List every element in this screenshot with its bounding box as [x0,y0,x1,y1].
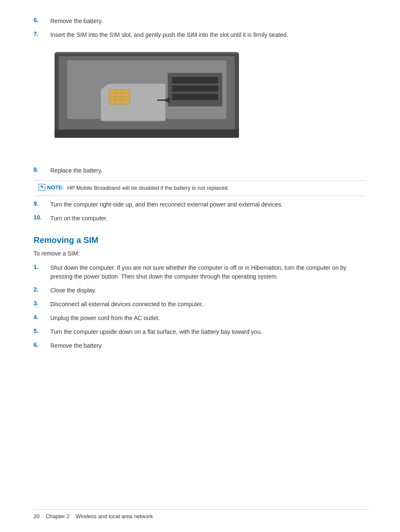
step-text: Shut down the computer. If you are not s… [50,263,366,281]
step-number: 9. [34,200,50,207]
svg-rect-18 [55,52,239,54]
step-number: 8. [34,166,50,173]
step-text: Replace the battery. [50,166,366,175]
list-item: 2. Close the display. [34,286,366,295]
steps-before-image: 6. Remove the battery. 7. Insert the SIM… [34,17,366,39]
steps-after-image: 8. Replace the battery. [34,166,366,175]
step-number: 1. [34,263,50,270]
removing-sim-heading: Removing a SIM [34,235,366,245]
step-number: 2. [34,286,50,293]
list-item: 8. Replace the battery. [34,166,366,175]
note-box: ✎ NOTE: HP Mobile Broadband will be disa… [34,180,366,196]
page-footer: 20 Chapter 2 Wireless and local area net… [34,509,369,519]
step-number: 7. [34,31,50,37]
note-label-text: NOTE: [47,184,64,191]
step-number: 5. [34,328,50,334]
list-item: 10. Turn on the computer. [34,214,366,223]
list-item: 3. Disconnect all external devices conne… [34,300,366,309]
svg-rect-17 [55,129,239,138]
note-label: ✎ NOTE: [39,184,64,191]
content-area: 6. Remove the battery. 7. Insert the SIM… [34,17,366,350]
footer-divider [34,509,369,510]
list-item: 5. Turn the computer upside down on a fl… [34,328,366,336]
svg-rect-8 [109,90,130,104]
list-item: 9. Turn the computer right-side up, and … [34,200,366,209]
step-number: 10. [34,214,50,221]
note-text: HP Mobile Broadband will be disabled if … [67,184,229,192]
steps-final: 9. Turn the computer right-side up, and … [34,200,366,223]
step-text: Close the display. [50,286,366,295]
step-number: 4. [34,314,50,320]
list-item: 7. Insert the SIM into the SIM slot, and… [34,31,366,39]
step-text: Turn on the computer. [50,214,366,223]
step-text: Disconnect all external devices connecte… [50,300,366,309]
step-text: Turn the computer upside down on a flat … [50,328,366,336]
step-text: Insert the SIM into the SIM slot, and ge… [50,31,366,39]
svg-rect-6 [172,94,218,100]
step-text: Turn the computer right-side up, and the… [50,200,366,209]
sim-diagram-container [50,48,366,158]
list-item: 4. Unplug the power cord from the AC out… [34,314,366,323]
note-icon: ✎ [39,184,45,191]
svg-rect-4 [172,77,218,83]
footer-text: 20 Chapter 2 Wireless and local area net… [34,513,153,519]
list-item: 6. Remove the battery. [34,17,366,26]
removing-sim-intro: To remove a SIM: [34,250,366,257]
sim-insertion-diagram [50,48,243,157]
step-number: 3. [34,300,50,307]
list-item: 1. Shut down the computer. If you are no… [34,263,366,281]
step-number: 6. [34,341,50,348]
svg-rect-5 [172,85,218,92]
step-text: Remove the battery. [50,17,366,26]
removing-sim-steps: 1. Shut down the computer. If you are no… [34,263,366,350]
step-text: Unplug the power cord from the AC outlet… [50,314,366,323]
list-item: 6. Remove the battery. [34,341,366,350]
step-number: 6. [34,17,50,23]
step-text: Remove the battery. [50,341,366,350]
